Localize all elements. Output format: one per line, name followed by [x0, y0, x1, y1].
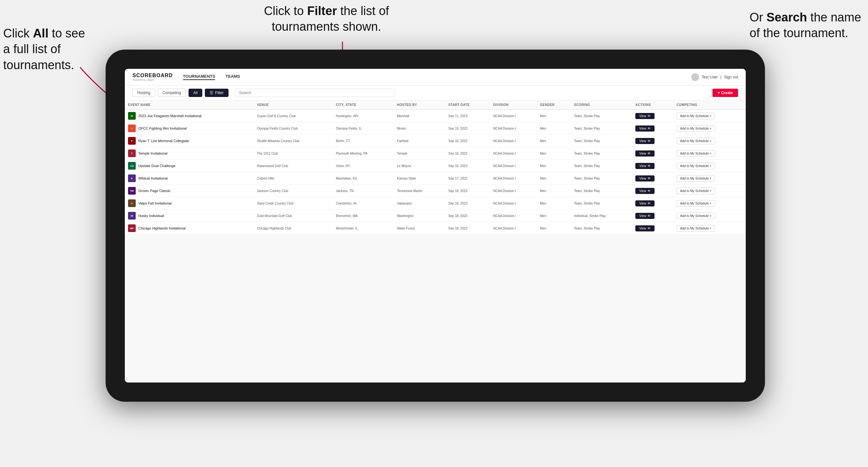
header-right: Test User | Sign out [691, 73, 738, 81]
add-schedule-button-0[interactable]: Add to My Schedule + [677, 113, 715, 119]
nav-teams[interactable]: TEAMS [225, 74, 240, 80]
app-logo: SCOREBOARD [132, 73, 173, 79]
add-schedule-button-5[interactable]: Add to My Schedule + [677, 175, 715, 182]
eye-icon-5: 👁 [648, 177, 651, 180]
table-row: F Ryan T. Lee Memorial Collegiate Shuttl… [125, 135, 746, 147]
cell-date-8: Sep 18, 2023 [445, 210, 490, 222]
cell-venue-8: Gold Mountain Golf Club [254, 210, 333, 222]
cell-actions-9: View 👁 [632, 222, 673, 235]
view-button-0[interactable]: View 👁 [635, 113, 654, 119]
cell-hosted-4: Le Moyne [394, 160, 445, 172]
view-button-2[interactable]: View 👁 [635, 138, 654, 144]
filter-icon: ☰ [210, 91, 213, 95]
view-button-7[interactable]: View 👁 [635, 200, 654, 207]
add-schedule-button-9[interactable]: Add to My Schedule + [677, 225, 715, 232]
filter-button[interactable]: ☰ Filter [205, 89, 228, 97]
toolbar: Hosting Competing All ☰ Filter + Create [125, 86, 746, 100]
team-logo-5: K [128, 175, 136, 182]
cell-division-3: NCAA Division I [490, 147, 537, 160]
cell-city-7: Chesterton, IN [333, 197, 394, 210]
add-schedule-button-3[interactable]: Add to My Schedule + [677, 150, 715, 157]
event-name-0: 2023 Joe Feaganes Marshall Invitational [138, 114, 202, 118]
cell-city-4: Victor, NY [333, 160, 394, 172]
view-button-6[interactable]: View 👁 [635, 188, 654, 194]
tab-all[interactable]: All [188, 89, 202, 97]
cell-division-6: NCAA Division I [490, 185, 537, 197]
col-start-date: START DATE [445, 100, 490, 110]
col-event-name: EVENT NAME [125, 100, 254, 110]
cell-city-8: Bremerton, WA [333, 210, 394, 222]
cell-hosted-3: Temple [394, 147, 445, 160]
tournaments-table: EVENT NAME VENUE CITY, STATE HOSTED BY S… [125, 100, 746, 235]
cell-division-9: NCAA Division I [490, 222, 537, 235]
cell-event-name-6: TM Grover Page Classic [125, 185, 254, 197]
table-row: W Husky Individual Gold Mountain Golf Cl… [125, 210, 746, 222]
view-button-5[interactable]: View 👁 [635, 176, 654, 182]
eye-icon-6: 👁 [648, 189, 651, 193]
view-button-4[interactable]: View 👁 [635, 163, 654, 169]
tablet-frame: SCOREBOARD Powered by clipp'd TOURNAMENT… [105, 50, 765, 402]
team-logo-6: TM [128, 187, 136, 195]
event-name-9: Chicago Highlands Invitational [138, 226, 186, 230]
event-name-3: Temple Invitational [138, 151, 167, 155]
add-schedule-button-4[interactable]: Add to My Schedule + [677, 163, 715, 169]
cell-venue-1: Olympia Fields Country Club [254, 122, 333, 135]
add-schedule-button-8[interactable]: Add to My Schedule + [677, 213, 715, 219]
add-schedule-button-7[interactable]: Add to My Schedule + [677, 200, 715, 207]
event-name-1: OFCC Fighting Illini Invitational [138, 126, 187, 130]
eye-icon-0: 👁 [648, 114, 651, 118]
cell-competing-1: Add to My Schedule + [673, 122, 746, 135]
cell-gender-4: Men [537, 160, 571, 172]
cell-division-7: NCAA Division I [490, 197, 537, 210]
cell-scoring-5: Team, Stroke Play [571, 172, 632, 185]
tab-hosting[interactable]: Hosting [132, 89, 155, 97]
cell-actions-2: View 👁 [632, 135, 673, 147]
col-hosted-by: HOSTED BY [394, 100, 445, 110]
cell-scoring-0: Team, Stroke Play [571, 110, 632, 122]
cell-actions-6: View 👁 [632, 185, 673, 197]
separator: | [720, 75, 721, 80]
view-button-8[interactable]: View 👁 [635, 213, 654, 219]
logo-subtitle: Powered by clipp'd [132, 79, 173, 81]
search-input[interactable] [235, 89, 395, 97]
cell-competing-7: Add to My Schedule + [673, 197, 746, 210]
table-row: T Temple Invitational The 1912 Club Plym… [125, 147, 746, 160]
eye-icon-2: 👁 [648, 139, 651, 143]
team-logo-4: LM [128, 162, 136, 169]
cell-scoring-6: Team, Stroke Play [571, 185, 632, 197]
app-header: SCOREBOARD Powered by clipp'd TOURNAMENT… [125, 69, 746, 86]
tab-competing[interactable]: Competing [158, 89, 186, 97]
cell-competing-4: Add to My Schedule + [673, 160, 746, 172]
cell-date-5: Sep 17, 2023 [445, 172, 490, 185]
cell-actions-8: View 👁 [632, 210, 673, 222]
cell-competing-6: Add to My Schedule + [673, 185, 746, 197]
create-button[interactable]: + Create [712, 89, 738, 97]
annotation-right: Or Search the name of the tournament. [750, 9, 865, 41]
col-venue: VENUE [254, 100, 333, 110]
cell-gender-5: Men [537, 172, 571, 185]
cell-division-2: NCAA Division I [490, 135, 537, 147]
cell-competing-9: Add to My Schedule + [673, 222, 746, 235]
cell-competing-2: Add to My Schedule + [673, 135, 746, 147]
cell-date-1: Sep 15, 2023 [445, 122, 490, 135]
team-logo-3: T [128, 150, 136, 157]
table-row: LM Upstate Dual Challenge Ravenwood Golf… [125, 160, 746, 172]
cell-gender-0: Men [537, 110, 571, 122]
view-button-3[interactable]: View 👁 [635, 150, 654, 157]
eye-icon-3: 👁 [648, 152, 651, 155]
signout-link[interactable]: Sign out [724, 75, 738, 80]
add-schedule-button-1[interactable]: Add to My Schedule + [677, 125, 715, 132]
cell-date-2: Sep 16, 2023 [445, 135, 490, 147]
table-row: M 2023 Joe Feaganes Marshall Invitationa… [125, 110, 746, 122]
annotation-left: Click All to see a full list of tourname… [3, 26, 86, 73]
cell-city-1: Olympia Fields, IL [333, 122, 394, 135]
event-name-5: Wildcat Invitational [138, 176, 168, 180]
add-schedule-button-6[interactable]: Add to My Schedule + [677, 188, 715, 194]
cell-scoring-8: Individual, Stroke Play [571, 210, 632, 222]
add-schedule-button-2[interactable]: Add to My Schedule + [677, 137, 715, 144]
cell-event-name-5: K Wildcat Invitational [125, 172, 254, 185]
view-button-9[interactable]: View 👁 [635, 225, 654, 231]
nav-tournaments[interactable]: TOURNAMENTS [183, 74, 215, 80]
event-name-6: Grover Page Classic [138, 189, 170, 193]
view-button-1[interactable]: View 👁 [635, 125, 654, 131]
